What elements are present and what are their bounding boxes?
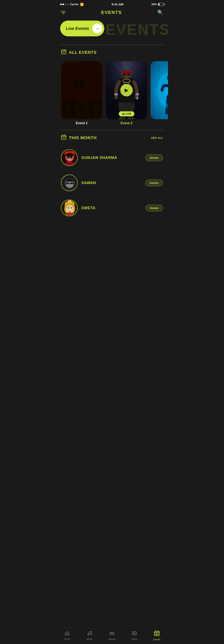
- status-bar: Carrier 📶 9:41 AM 20%: [56, 0, 168, 8]
- avatar-sawan: [61, 174, 78, 191]
- event-card-2[interactable]: ∞ ▶ 📹 LIVE Event 2: [106, 61, 147, 125]
- svg-rect-44: [122, 72, 131, 74]
- svg-rect-45: [123, 74, 126, 76]
- artist-item-gunjan[interactable]: GUNJAN SHARMA Details: [61, 145, 163, 170]
- sweta-avatar-svg: [61, 200, 78, 216]
- month-artist-list: GUNJAN SHARMA Details: [56, 143, 168, 224]
- artist-item-sawan[interactable]: SAWAN Details: [61, 170, 163, 196]
- svg-rect-77: [65, 162, 74, 166]
- search-button[interactable]: 🔍: [157, 10, 163, 15]
- signal-dot-4: [67, 4, 69, 5]
- filter-line-3: [62, 14, 64, 14]
- details-button-sweta[interactable]: Details: [145, 205, 163, 212]
- svg-rect-51: [136, 93, 139, 95]
- page-title: EVENTS: [101, 10, 122, 15]
- svg-rect-89: [73, 182, 75, 185]
- svg-rect-46: [127, 74, 130, 76]
- svg-point-65: [62, 138, 63, 138]
- battery-fill: [159, 3, 160, 6]
- signal-dot-1: [60, 4, 62, 5]
- see-all-button[interactable]: SEE ALL: [151, 136, 163, 140]
- svg-rect-85: [66, 182, 69, 184]
- event-name-2: Event 2: [121, 121, 133, 125]
- gunjan-avatar-svg: [61, 150, 78, 166]
- svg-point-13: [80, 78, 83, 81]
- carrier-label: Carrier: [70, 3, 79, 6]
- calendar-icon-this-month: [61, 134, 66, 141]
- svg-rect-50: [114, 93, 118, 95]
- svg-point-104: [69, 210, 70, 211]
- svg-point-10: [74, 80, 77, 83]
- filter-line-1: [61, 11, 65, 12]
- artist-name-gunjan: GUNJAN SHARMA: [81, 156, 142, 160]
- details-button-sawan[interactable]: Details: [145, 180, 163, 186]
- event-image-2: ∞ ▶ 📹 LIVE: [106, 61, 147, 119]
- svg-point-103: [71, 208, 72, 209]
- svg-point-5: [62, 52, 63, 53]
- svg-point-6: [65, 52, 65, 53]
- live-label: LIVE: [126, 112, 132, 115]
- event-name-1: Event 1: [76, 121, 88, 125]
- event-card-1[interactable]: Event 1: [61, 61, 102, 125]
- details-button-gunjan[interactable]: Details: [145, 154, 163, 161]
- play-button-2[interactable]: ▶: [120, 84, 133, 96]
- battery-icon: [158, 3, 164, 6]
- this-month-title: THIS MONTH: [69, 136, 97, 140]
- svg-point-64: [63, 138, 64, 138]
- all-events-header: ALL EVENTS: [56, 45, 168, 58]
- all-events-title: ALL EVENTS: [69, 50, 97, 55]
- svg-rect-86: [70, 182, 73, 184]
- signal-dot-2: [62, 4, 64, 5]
- svg-rect-91: [65, 188, 74, 191]
- svg-point-29: [88, 100, 94, 106]
- top-nav: EVENTS 🔍: [56, 8, 168, 18]
- arrow-icon: →: [95, 26, 99, 31]
- status-time: 9:41 AM: [112, 2, 123, 6]
- calendar-svg: [61, 49, 66, 54]
- svg-rect-75: [70, 157, 73, 158]
- live-badge: 📹 LIVE: [119, 111, 134, 116]
- wifi-icon: 📶: [80, 3, 84, 6]
- hero-section: EVENTS Live Events →: [56, 18, 168, 40]
- hero-bg-text: EVENTS: [105, 21, 168, 38]
- arrow-circle: →: [92, 24, 102, 34]
- crowd-svg: [61, 61, 102, 119]
- svg-rect-18: [63, 105, 67, 117]
- svg-point-4: [63, 52, 64, 53]
- svg-point-73: [66, 153, 73, 157]
- filter-button[interactable]: [61, 11, 65, 14]
- live-events-button[interactable]: Live Events →: [60, 20, 104, 36]
- signal-dots: [60, 4, 69, 5]
- artist-name-sawan: SAWAN: [81, 181, 142, 185]
- svg-text:∞: ∞: [115, 90, 117, 92]
- status-left: Carrier 📶: [60, 3, 84, 6]
- status-right: 20%: [151, 3, 164, 6]
- all-events-title-group: ALL EVENTS: [61, 49, 97, 56]
- svg-rect-30: [89, 105, 93, 118]
- calendar-svg-2: [61, 134, 66, 140]
- events-carousel[interactable]: Event 1: [56, 58, 168, 130]
- svg-rect-74: [67, 157, 69, 158]
- svg-point-102: [68, 208, 69, 209]
- avatar-gunjan: [61, 149, 78, 166]
- svg-point-52: [136, 96, 138, 100]
- svg-rect-88: [64, 182, 66, 185]
- camera-icon: 📹: [122, 112, 125, 115]
- event-image-1: [61, 61, 102, 119]
- signal-dot-3: [65, 4, 66, 5]
- this-month-title-group: THIS MONTH: [61, 134, 97, 141]
- calendar-icon-all-events: [61, 49, 66, 56]
- svg-rect-26: [79, 106, 84, 118]
- event-image-3: [151, 61, 168, 119]
- filter-line-2: [62, 12, 65, 13]
- artist-item-sweta[interactable]: SWETA Details: [61, 196, 163, 220]
- this-month-header: THIS MONTH SEE ALL: [56, 130, 168, 143]
- svg-point-66: [65, 138, 65, 138]
- sawan-avatar-svg: [61, 175, 78, 191]
- event-card-3[interactable]: Ev...: [151, 61, 168, 125]
- artist-name-sweta: SWETA: [81, 206, 142, 210]
- svg-point-97: [68, 200, 72, 204]
- svg-rect-106: [66, 212, 73, 214]
- svg-point-90: [69, 185, 70, 186]
- avatar-sweta: [61, 200, 78, 216]
